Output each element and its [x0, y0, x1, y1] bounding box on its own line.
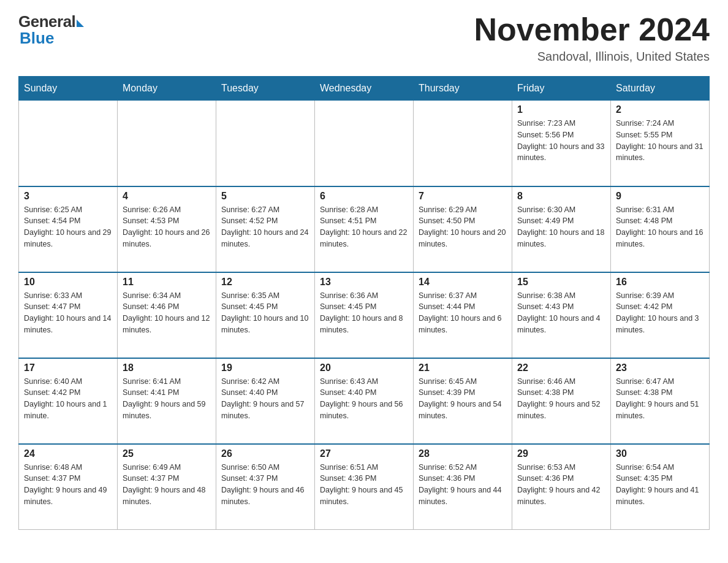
day-number: 26	[221, 448, 309, 459]
day-number: 16	[616, 277, 704, 288]
calendar-cell: 19Sunrise: 6:42 AM Sunset: 4:40 PM Dayli…	[216, 358, 315, 444]
month-title: November 2024	[474, 12, 710, 47]
day-info: Sunrise: 6:37 AM Sunset: 4:44 PM Dayligh…	[419, 290, 507, 336]
day-info: Sunrise: 6:48 AM Sunset: 4:37 PM Dayligh…	[24, 462, 112, 508]
day-number: 15	[517, 277, 605, 288]
day-number: 1	[517, 104, 605, 115]
logo-arrow-icon	[77, 20, 84, 27]
day-number: 3	[24, 191, 112, 202]
calendar-cell: 22Sunrise: 6:46 AM Sunset: 4:38 PM Dayli…	[512, 358, 611, 444]
calendar-cell	[414, 101, 512, 186]
day-number: 6	[320, 191, 408, 202]
logo: General Blue	[18, 12, 84, 48]
day-info: Sunrise: 6:49 AM Sunset: 4:37 PM Dayligh…	[123, 462, 211, 508]
day-info: Sunrise: 6:43 AM Sunset: 4:40 PM Dayligh…	[320, 376, 408, 422]
day-number: 8	[517, 191, 605, 202]
calendar-cell	[19, 101, 118, 186]
day-number: 30	[616, 448, 704, 459]
day-info: Sunrise: 6:33 AM Sunset: 4:47 PM Dayligh…	[24, 290, 112, 336]
day-info: Sunrise: 6:30 AM Sunset: 4:49 PM Dayligh…	[517, 204, 605, 250]
calendar-cell: 23Sunrise: 6:47 AM Sunset: 4:38 PM Dayli…	[611, 358, 710, 444]
calendar-cell: 28Sunrise: 6:52 AM Sunset: 4:36 PM Dayli…	[414, 444, 512, 530]
calendar-cell: 10Sunrise: 6:33 AM Sunset: 4:47 PM Dayli…	[19, 272, 118, 358]
calendar-day-header: Friday	[512, 77, 611, 101]
day-info: Sunrise: 7:23 AM Sunset: 5:56 PM Dayligh…	[517, 118, 605, 164]
day-info: Sunrise: 6:26 AM Sunset: 4:53 PM Dayligh…	[123, 204, 211, 250]
calendar-cell: 14Sunrise: 6:37 AM Sunset: 4:44 PM Dayli…	[414, 272, 512, 358]
calendar-week-row: 24Sunrise: 6:48 AM Sunset: 4:37 PM Dayli…	[19, 444, 710, 530]
calendar-cell: 1Sunrise: 7:23 AM Sunset: 5:56 PM Daylig…	[512, 101, 611, 186]
calendar-cell: 11Sunrise: 6:34 AM Sunset: 4:46 PM Dayli…	[118, 272, 216, 358]
day-info: Sunrise: 6:39 AM Sunset: 4:42 PM Dayligh…	[616, 290, 704, 336]
day-info: Sunrise: 6:53 AM Sunset: 4:36 PM Dayligh…	[517, 462, 605, 508]
day-info: Sunrise: 6:41 AM Sunset: 4:41 PM Dayligh…	[123, 376, 211, 422]
day-info: Sunrise: 6:28 AM Sunset: 4:51 PM Dayligh…	[320, 204, 408, 250]
day-number: 7	[419, 191, 507, 202]
calendar-cell: 17Sunrise: 6:40 AM Sunset: 4:42 PM Dayli…	[19, 358, 118, 444]
calendar-week-row: 17Sunrise: 6:40 AM Sunset: 4:42 PM Dayli…	[19, 358, 710, 444]
day-info: Sunrise: 6:34 AM Sunset: 4:46 PM Dayligh…	[123, 290, 211, 336]
calendar-day-header: Sunday	[19, 77, 118, 101]
calendar-day-header: Wednesday	[315, 77, 414, 101]
calendar-cell: 30Sunrise: 6:54 AM Sunset: 4:35 PM Dayli…	[611, 444, 710, 530]
day-number: 2	[616, 104, 704, 115]
day-info: Sunrise: 6:31 AM Sunset: 4:48 PM Dayligh…	[616, 204, 704, 250]
calendar-cell: 29Sunrise: 6:53 AM Sunset: 4:36 PM Dayli…	[512, 444, 611, 530]
day-info: Sunrise: 6:29 AM Sunset: 4:50 PM Dayligh…	[419, 204, 507, 250]
page-header: General Blue November 2024 Sandoval, Ill…	[18, 12, 710, 64]
calendar-cell: 20Sunrise: 6:43 AM Sunset: 4:40 PM Dayli…	[315, 358, 414, 444]
day-number: 25	[123, 448, 211, 459]
calendar-week-row: 1Sunrise: 7:23 AM Sunset: 5:56 PM Daylig…	[19, 101, 710, 186]
day-info: Sunrise: 6:38 AM Sunset: 4:43 PM Dayligh…	[517, 290, 605, 336]
calendar-cell: 25Sunrise: 6:49 AM Sunset: 4:37 PM Dayli…	[118, 444, 216, 530]
day-info: Sunrise: 6:27 AM Sunset: 4:52 PM Dayligh…	[221, 204, 309, 250]
calendar-cell: 4Sunrise: 6:26 AM Sunset: 4:53 PM Daylig…	[118, 186, 216, 272]
calendar-cell: 9Sunrise: 6:31 AM Sunset: 4:48 PM Daylig…	[611, 186, 710, 272]
day-info: Sunrise: 6:25 AM Sunset: 4:54 PM Dayligh…	[24, 204, 112, 250]
calendar-cell: 2Sunrise: 7:24 AM Sunset: 5:55 PM Daylig…	[611, 101, 710, 186]
calendar-cell: 12Sunrise: 6:35 AM Sunset: 4:45 PM Dayli…	[216, 272, 315, 358]
calendar-cell: 5Sunrise: 6:27 AM Sunset: 4:52 PM Daylig…	[216, 186, 315, 272]
day-info: Sunrise: 6:42 AM Sunset: 4:40 PM Dayligh…	[221, 376, 309, 422]
calendar-cell: 15Sunrise: 6:38 AM Sunset: 4:43 PM Dayli…	[512, 272, 611, 358]
calendar-cell: 24Sunrise: 6:48 AM Sunset: 4:37 PM Dayli…	[19, 444, 118, 530]
day-number: 19	[221, 362, 309, 373]
calendar-day-header: Thursday	[414, 77, 512, 101]
day-number: 23	[616, 362, 704, 373]
calendar-day-header: Saturday	[611, 77, 710, 101]
day-number: 29	[517, 448, 605, 459]
calendar-cell: 26Sunrise: 6:50 AM Sunset: 4:37 PM Dayli…	[216, 444, 315, 530]
day-number: 27	[320, 448, 408, 459]
day-number: 17	[24, 362, 112, 373]
day-info: Sunrise: 6:47 AM Sunset: 4:38 PM Dayligh…	[616, 376, 704, 422]
calendar-header-row: SundayMondayTuesdayWednesdayThursdayFrid…	[19, 77, 710, 101]
calendar-cell: 27Sunrise: 6:51 AM Sunset: 4:36 PM Dayli…	[315, 444, 414, 530]
day-number: 20	[320, 362, 408, 373]
day-info: Sunrise: 7:24 AM Sunset: 5:55 PM Dayligh…	[616, 118, 704, 164]
calendar-cell	[216, 101, 315, 186]
day-number: 9	[616, 191, 704, 202]
calendar-cell: 6Sunrise: 6:28 AM Sunset: 4:51 PM Daylig…	[315, 186, 414, 272]
logo-blue-text: Blue	[18, 29, 54, 48]
day-number: 12	[221, 277, 309, 288]
day-info: Sunrise: 6:36 AM Sunset: 4:45 PM Dayligh…	[320, 290, 408, 336]
day-info: Sunrise: 6:51 AM Sunset: 4:36 PM Dayligh…	[320, 462, 408, 508]
day-number: 14	[419, 277, 507, 288]
calendar-day-header: Monday	[118, 77, 216, 101]
calendar-day-header: Tuesday	[216, 77, 315, 101]
day-info: Sunrise: 6:35 AM Sunset: 4:45 PM Dayligh…	[221, 290, 309, 336]
day-number: 10	[24, 277, 112, 288]
calendar-cell: 16Sunrise: 6:39 AM Sunset: 4:42 PM Dayli…	[611, 272, 710, 358]
calendar-cell: 18Sunrise: 6:41 AM Sunset: 4:41 PM Dayli…	[118, 358, 216, 444]
day-info: Sunrise: 6:50 AM Sunset: 4:37 PM Dayligh…	[221, 462, 309, 508]
day-number: 28	[419, 448, 507, 459]
day-info: Sunrise: 6:54 AM Sunset: 4:35 PM Dayligh…	[616, 462, 704, 508]
day-number: 5	[221, 191, 309, 202]
day-number: 13	[320, 277, 408, 288]
day-number: 22	[517, 362, 605, 373]
day-info: Sunrise: 6:40 AM Sunset: 4:42 PM Dayligh…	[24, 376, 112, 422]
day-number: 21	[419, 362, 507, 373]
day-number: 24	[24, 448, 112, 459]
day-number: 11	[123, 277, 211, 288]
calendar-table: SundayMondayTuesdayWednesdayThursdayFrid…	[18, 76, 710, 530]
